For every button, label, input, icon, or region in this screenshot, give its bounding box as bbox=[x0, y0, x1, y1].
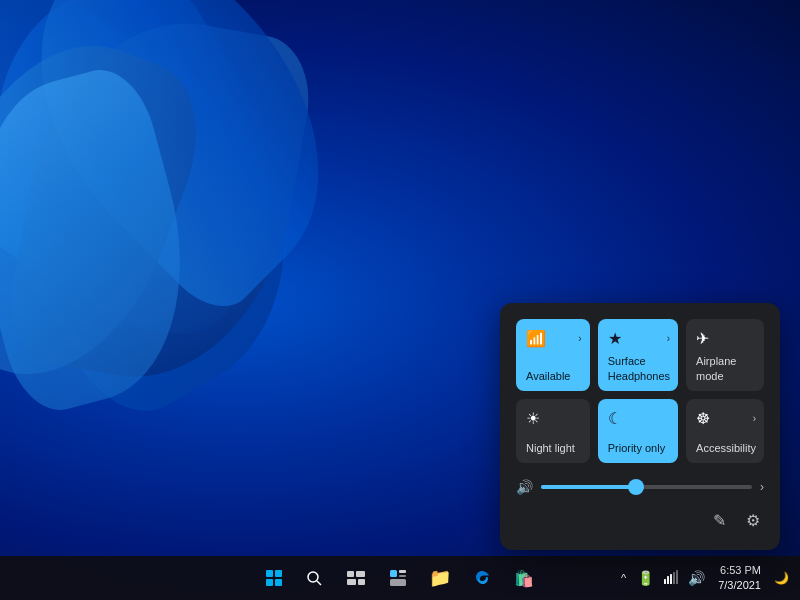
svg-rect-5 bbox=[358, 579, 365, 585]
nightlight-icon: ☀ bbox=[526, 409, 540, 428]
system-tray: ^ 🔋 🔊 6:53 PM 7/3/2021 🌙 bbox=[617, 556, 792, 600]
edge-button[interactable] bbox=[462, 558, 502, 598]
settings-icon[interactable]: ⚙ bbox=[742, 507, 764, 534]
clock-time: 6:53 PM bbox=[718, 563, 761, 578]
svg-rect-13 bbox=[673, 572, 675, 584]
desktop: 📶 › Available ★ › Surface Headphones ✈ A… bbox=[0, 0, 800, 600]
bluetooth-label: Surface Headphones bbox=[608, 354, 670, 383]
airplane-tile[interactable]: ✈ Airplane mode bbox=[686, 319, 764, 391]
taskbar: 📁 🛍️ ^ 🔋 bbox=[0, 556, 800, 600]
search-button[interactable] bbox=[294, 558, 334, 598]
explorer-button[interactable]: 📁 bbox=[420, 558, 460, 598]
focusassist-label: Priority only bbox=[608, 441, 670, 455]
svg-rect-3 bbox=[356, 571, 365, 577]
wifi-tile[interactable]: 📶 › Available bbox=[516, 319, 590, 391]
svg-rect-2 bbox=[347, 571, 354, 577]
svg-rect-6 bbox=[390, 570, 397, 577]
volume-fill bbox=[541, 485, 636, 489]
edit-icon[interactable]: ✎ bbox=[709, 507, 730, 534]
svg-rect-9 bbox=[390, 579, 406, 586]
moon-icon: ☾ bbox=[608, 409, 622, 428]
store-button[interactable]: 🛍️ bbox=[504, 558, 544, 598]
svg-rect-14 bbox=[676, 570, 678, 584]
airplane-icon: ✈ bbox=[696, 329, 709, 348]
notification-area-chevron[interactable]: ^ bbox=[617, 570, 630, 586]
svg-rect-4 bbox=[347, 579, 356, 585]
accessibility-tile[interactable]: ☸ › Accessibility bbox=[686, 399, 764, 463]
svg-rect-7 bbox=[399, 570, 406, 573]
quick-settings-panel: 📶 › Available ★ › Surface Headphones ✈ A… bbox=[500, 303, 780, 550]
volume-expand-chevron[interactable]: › bbox=[760, 480, 764, 494]
accessibility-label: Accessibility bbox=[696, 441, 756, 455]
svg-rect-8 bbox=[399, 575, 406, 577]
svg-point-0 bbox=[308, 572, 318, 582]
quick-settings-grid: 📶 › Available ★ › Surface Headphones ✈ A… bbox=[516, 319, 764, 463]
quick-settings-bottom: ✎ ⚙ bbox=[516, 503, 764, 534]
battery-icon: 🔋 bbox=[634, 568, 657, 588]
wifi-chevron[interactable]: › bbox=[578, 333, 581, 344]
taskbar-center: 📁 🛍️ bbox=[256, 558, 544, 598]
notification-button[interactable]: 🌙 bbox=[771, 569, 792, 587]
bluetooth-tile[interactable]: ★ › Surface Headphones bbox=[598, 319, 678, 391]
taskview-button[interactable] bbox=[336, 558, 376, 598]
nightlight-label: Night light bbox=[526, 441, 582, 455]
volume-tray-icon[interactable]: 🔊 bbox=[685, 568, 708, 588]
svg-line-1 bbox=[317, 581, 321, 585]
system-clock[interactable]: 6:53 PM 7/3/2021 bbox=[712, 561, 767, 596]
widgets-button[interactable] bbox=[378, 558, 418, 598]
svg-rect-11 bbox=[667, 576, 669, 584]
taskview-icon bbox=[347, 571, 365, 585]
svg-rect-10 bbox=[664, 579, 666, 584]
accessibility-chevron[interactable]: › bbox=[753, 413, 756, 424]
network-signal-icon bbox=[664, 570, 678, 584]
wifi-label: Available bbox=[526, 369, 582, 383]
svg-rect-12 bbox=[670, 574, 672, 584]
wallpaper-bloom bbox=[0, 0, 520, 590]
volume-thumb[interactable] bbox=[628, 479, 644, 495]
accessibility-icon: ☸ bbox=[696, 409, 710, 428]
wifi-icon: 📶 bbox=[526, 329, 546, 348]
widgets-icon bbox=[389, 569, 407, 587]
edge-icon bbox=[473, 569, 491, 587]
network-icon[interactable] bbox=[661, 568, 681, 589]
start-button[interactable] bbox=[256, 560, 292, 596]
volume-icon: 🔊 bbox=[516, 479, 533, 495]
search-icon bbox=[306, 570, 322, 586]
volume-row: 🔊 › bbox=[516, 475, 764, 503]
bluetooth-icon: ★ bbox=[608, 329, 622, 348]
focusassist-tile[interactable]: ☾ Priority only bbox=[598, 399, 678, 463]
airplane-label: Airplane mode bbox=[696, 354, 756, 383]
windows-logo-icon bbox=[266, 570, 282, 586]
nightlight-tile[interactable]: ☀ Night light bbox=[516, 399, 590, 463]
volume-slider[interactable] bbox=[541, 485, 752, 489]
bluetooth-chevron[interactable]: › bbox=[667, 333, 670, 344]
clock-date: 7/3/2021 bbox=[718, 578, 761, 593]
